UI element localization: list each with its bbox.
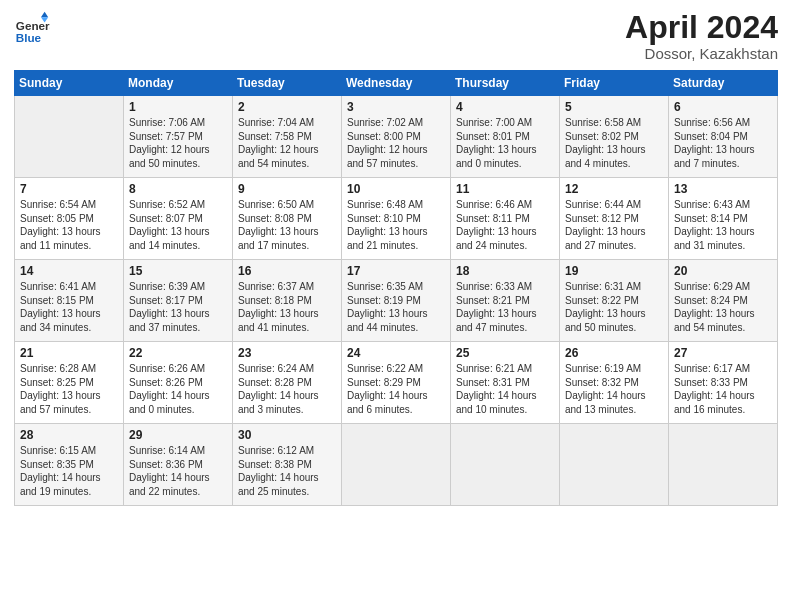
day-number: 6 [674,100,772,114]
day-number: 5 [565,100,663,114]
calendar-cell: 7Sunrise: 6:54 AM Sunset: 8:05 PM Daylig… [15,178,124,260]
calendar-cell: 26Sunrise: 6:19 AM Sunset: 8:32 PM Dayli… [560,342,669,424]
calendar-header-row: Sunday Monday Tuesday Wednesday Thursday… [15,71,778,96]
calendar-week-row: 14Sunrise: 6:41 AM Sunset: 8:15 PM Dayli… [15,260,778,342]
day-number: 10 [347,182,445,196]
day-number: 18 [456,264,554,278]
day-info: Sunrise: 6:15 AM Sunset: 8:35 PM Dayligh… [20,444,118,498]
calendar-week-row: 1Sunrise: 7:06 AM Sunset: 7:57 PM Daylig… [15,96,778,178]
logo-icon: General Blue [14,10,50,46]
day-info: Sunrise: 6:37 AM Sunset: 8:18 PM Dayligh… [238,280,336,334]
day-number: 25 [456,346,554,360]
calendar-table: Sunday Monday Tuesday Wednesday Thursday… [14,70,778,506]
title-block: April 2024 Dossor, Kazakhstan [625,10,778,62]
calendar-cell: 14Sunrise: 6:41 AM Sunset: 8:15 PM Dayli… [15,260,124,342]
day-info: Sunrise: 6:28 AM Sunset: 8:25 PM Dayligh… [20,362,118,416]
day-number: 1 [129,100,227,114]
day-info: Sunrise: 6:43 AM Sunset: 8:14 PM Dayligh… [674,198,772,252]
calendar-cell [15,96,124,178]
day-info: Sunrise: 6:12 AM Sunset: 8:38 PM Dayligh… [238,444,336,498]
col-wednesday: Wednesday [342,71,451,96]
col-tuesday: Tuesday [233,71,342,96]
day-info: Sunrise: 6:54 AM Sunset: 8:05 PM Dayligh… [20,198,118,252]
day-info: Sunrise: 6:41 AM Sunset: 8:15 PM Dayligh… [20,280,118,334]
day-info: Sunrise: 6:24 AM Sunset: 8:28 PM Dayligh… [238,362,336,416]
svg-marker-2 [41,12,48,17]
day-number: 27 [674,346,772,360]
day-number: 7 [20,182,118,196]
day-number: 8 [129,182,227,196]
day-info: Sunrise: 7:06 AM Sunset: 7:57 PM Dayligh… [129,116,227,170]
calendar-cell: 10Sunrise: 6:48 AM Sunset: 8:10 PM Dayli… [342,178,451,260]
day-number: 28 [20,428,118,442]
day-info: Sunrise: 6:58 AM Sunset: 8:02 PM Dayligh… [565,116,663,170]
day-number: 16 [238,264,336,278]
calendar-cell: 29Sunrise: 6:14 AM Sunset: 8:36 PM Dayli… [124,424,233,506]
calendar-cell: 2Sunrise: 7:04 AM Sunset: 7:58 PM Daylig… [233,96,342,178]
day-number: 11 [456,182,554,196]
calendar-cell [451,424,560,506]
day-info: Sunrise: 6:56 AM Sunset: 8:04 PM Dayligh… [674,116,772,170]
calendar-cell: 17Sunrise: 6:35 AM Sunset: 8:19 PM Dayli… [342,260,451,342]
calendar-cell: 23Sunrise: 6:24 AM Sunset: 8:28 PM Dayli… [233,342,342,424]
day-info: Sunrise: 6:52 AM Sunset: 8:07 PM Dayligh… [129,198,227,252]
calendar-cell [342,424,451,506]
day-info: Sunrise: 7:00 AM Sunset: 8:01 PM Dayligh… [456,116,554,170]
day-info: Sunrise: 6:26 AM Sunset: 8:26 PM Dayligh… [129,362,227,416]
day-info: Sunrise: 7:02 AM Sunset: 8:00 PM Dayligh… [347,116,445,170]
day-number: 4 [456,100,554,114]
calendar-week-row: 28Sunrise: 6:15 AM Sunset: 8:35 PM Dayli… [15,424,778,506]
day-info: Sunrise: 6:48 AM Sunset: 8:10 PM Dayligh… [347,198,445,252]
calendar-cell: 5Sunrise: 6:58 AM Sunset: 8:02 PM Daylig… [560,96,669,178]
day-info: Sunrise: 6:50 AM Sunset: 8:08 PM Dayligh… [238,198,336,252]
day-number: 29 [129,428,227,442]
day-info: Sunrise: 6:44 AM Sunset: 8:12 PM Dayligh… [565,198,663,252]
day-info: Sunrise: 6:21 AM Sunset: 8:31 PM Dayligh… [456,362,554,416]
header: General Blue April 2024 Dossor, Kazakhst… [14,10,778,62]
calendar-cell: 19Sunrise: 6:31 AM Sunset: 8:22 PM Dayli… [560,260,669,342]
day-number: 20 [674,264,772,278]
day-number: 23 [238,346,336,360]
calendar-cell: 24Sunrise: 6:22 AM Sunset: 8:29 PM Dayli… [342,342,451,424]
day-info: Sunrise: 7:04 AM Sunset: 7:58 PM Dayligh… [238,116,336,170]
calendar-cell: 12Sunrise: 6:44 AM Sunset: 8:12 PM Dayli… [560,178,669,260]
col-monday: Monday [124,71,233,96]
day-info: Sunrise: 6:17 AM Sunset: 8:33 PM Dayligh… [674,362,772,416]
col-sunday: Sunday [15,71,124,96]
col-thursday: Thursday [451,71,560,96]
day-number: 17 [347,264,445,278]
day-number: 24 [347,346,445,360]
calendar-cell: 3Sunrise: 7:02 AM Sunset: 8:00 PM Daylig… [342,96,451,178]
day-number: 26 [565,346,663,360]
calendar-cell: 9Sunrise: 6:50 AM Sunset: 8:08 PM Daylig… [233,178,342,260]
calendar-cell: 25Sunrise: 6:21 AM Sunset: 8:31 PM Dayli… [451,342,560,424]
calendar-cell: 28Sunrise: 6:15 AM Sunset: 8:35 PM Dayli… [15,424,124,506]
day-number: 2 [238,100,336,114]
calendar-cell: 15Sunrise: 6:39 AM Sunset: 8:17 PM Dayli… [124,260,233,342]
day-number: 30 [238,428,336,442]
day-info: Sunrise: 6:31 AM Sunset: 8:22 PM Dayligh… [565,280,663,334]
page-container: General Blue April 2024 Dossor, Kazakhst… [0,0,792,612]
calendar-cell: 13Sunrise: 6:43 AM Sunset: 8:14 PM Dayli… [669,178,778,260]
calendar-cell: 6Sunrise: 6:56 AM Sunset: 8:04 PM Daylig… [669,96,778,178]
calendar-cell: 8Sunrise: 6:52 AM Sunset: 8:07 PM Daylig… [124,178,233,260]
calendar-cell: 22Sunrise: 6:26 AM Sunset: 8:26 PM Dayli… [124,342,233,424]
svg-text:Blue: Blue [16,31,42,44]
day-info: Sunrise: 6:35 AM Sunset: 8:19 PM Dayligh… [347,280,445,334]
logo: General Blue [14,10,50,46]
calendar-week-row: 21Sunrise: 6:28 AM Sunset: 8:25 PM Dayli… [15,342,778,424]
day-number: 13 [674,182,772,196]
calendar-cell [560,424,669,506]
day-info: Sunrise: 6:46 AM Sunset: 8:11 PM Dayligh… [456,198,554,252]
day-info: Sunrise: 6:39 AM Sunset: 8:17 PM Dayligh… [129,280,227,334]
calendar-cell [669,424,778,506]
day-number: 15 [129,264,227,278]
day-number: 22 [129,346,227,360]
calendar-cell: 27Sunrise: 6:17 AM Sunset: 8:33 PM Dayli… [669,342,778,424]
day-number: 19 [565,264,663,278]
calendar-cell: 4Sunrise: 7:00 AM Sunset: 8:01 PM Daylig… [451,96,560,178]
col-saturday: Saturday [669,71,778,96]
day-number: 21 [20,346,118,360]
calendar-cell: 1Sunrise: 7:06 AM Sunset: 7:57 PM Daylig… [124,96,233,178]
calendar-cell: 16Sunrise: 6:37 AM Sunset: 8:18 PM Dayli… [233,260,342,342]
